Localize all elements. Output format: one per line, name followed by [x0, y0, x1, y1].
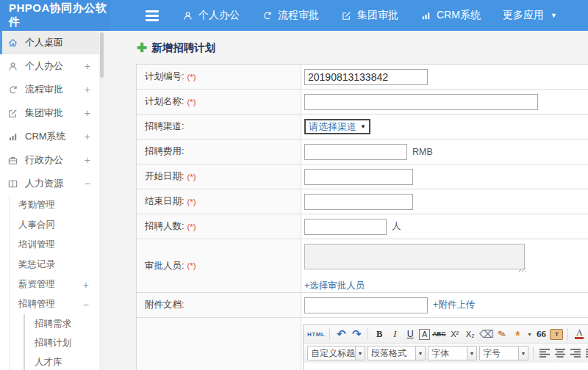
recruit-plan-form: 计划编号: (*) 计划名称: (*) 招聘渠道: 请选择渠道	[136, 64, 588, 370]
undo-icon[interactable]: ↶	[334, 327, 348, 341]
paste-icon[interactable]: T	[550, 329, 563, 340]
custom-title-dropdown[interactable]: 自定义标题 ▼	[307, 346, 365, 360]
topbar: PHPOA协同办公软件 个人办公 流程审批 集团审批 CRM系统 更多应用 ▼	[0, 0, 588, 31]
align-justify-icon[interactable]	[584, 347, 588, 360]
eraser-icon[interactable]: ⌫	[479, 327, 494, 341]
superscript-button[interactable]: X²	[448, 327, 462, 341]
format-painter-icon[interactable]: ✎	[494, 326, 510, 342]
hamburger-icon[interactable]	[146, 10, 159, 21]
sidebar-item-recruit-mgmt[interactable]: 招聘管理 −	[10, 294, 99, 314]
collapse-icon[interactable]: −	[83, 299, 89, 311]
expand-icon[interactable]: +	[85, 131, 90, 142]
blockquote-button[interactable]: 66	[534, 327, 548, 341]
underline-button[interactable]: U	[404, 327, 417, 341]
book-icon	[7, 178, 18, 189]
caret-down-icon: ▼	[551, 12, 557, 19]
editor-toolbar-row2: 自定义标题 ▼ 段落格式 ▼ 字体 ▼ 字号 ▼	[304, 344, 588, 363]
sidebar-item-training[interactable]: 培训管理	[10, 235, 99, 255]
collapse-icon[interactable]: −	[85, 178, 90, 189]
bold-button[interactable]: B	[373, 327, 386, 341]
plan-name-input[interactable]	[304, 94, 538, 110]
plan-no-input[interactable]	[304, 69, 428, 85]
sidebar-item-human-resources[interactable]: 人力资源 −	[0, 172, 99, 195]
align-center-icon[interactable]	[553, 347, 567, 360]
form-row-end-date: 结束日期: (*)	[137, 189, 588, 214]
approver-textarea[interactable]	[304, 244, 525, 269]
nav-label: 集团审批	[357, 9, 398, 22]
paragraph-format-dropdown[interactable]: 段落格式 ▼	[368, 346, 426, 360]
headcount-input[interactable]	[304, 219, 387, 235]
form-row-cost: 招聘费用: RMB	[137, 139, 588, 164]
sidebar-item-admin-office[interactable]: 行政办公 +	[0, 148, 99, 172]
attachment-upload-link[interactable]: +附件上传	[433, 299, 475, 311]
field-label: 招聘渠道:	[145, 120, 184, 133]
page-title: ✚ 新增招聘计划	[137, 41, 588, 55]
caret-down-icon: ▼	[360, 123, 366, 130]
cost-unit: RMB	[412, 147, 433, 157]
font-family-dropdown[interactable]: 字体 ▼	[428, 346, 477, 360]
process-icon	[262, 10, 273, 21]
sidebar-item-process-approval[interactable]: 流程审批 +	[0, 78, 99, 101]
field-label: 附件文档:	[145, 299, 184, 311]
sidebar-item-label: 流程审批	[25, 83, 63, 96]
cost-input[interactable]	[304, 144, 407, 160]
sidebar-scrollbar[interactable]	[99, 31, 104, 370]
caret-down-icon: ▼	[415, 347, 425, 360]
sidebar-item-recruit-plan[interactable]: 招聘计划	[25, 333, 99, 352]
redo-icon[interactable]: ↷	[350, 327, 363, 341]
sidebar-item-personal-desktop[interactable]: 个人桌面	[0, 31, 99, 54]
sidebar-item-group-approval[interactable]: 集团审批 +	[0, 101, 99, 125]
process-icon	[7, 84, 18, 95]
font-color-button[interactable]: A	[573, 327, 586, 341]
chart-icon	[420, 10, 431, 21]
sidebar-item-hr-contract[interactable]: 人事合同	[10, 215, 99, 235]
auto-format-icon[interactable]: *	[511, 327, 524, 341]
nav-crm-system[interactable]: CRM系统	[420, 9, 481, 22]
nav-process-approval[interactable]: 流程审批	[262, 9, 319, 22]
edit-icon	[341, 10, 352, 21]
expand-icon[interactable]: +	[85, 107, 90, 119]
sidebar-item-recruit-demand[interactable]: 招聘需求	[25, 314, 99, 333]
sidebar-item-rewards[interactable]: 奖惩记录	[10, 255, 99, 275]
font-size-dropdown[interactable]: 字号 ▼	[479, 346, 528, 360]
channel-select[interactable]: 请选择渠道 ▼	[304, 119, 370, 134]
sidebar-item-personal-office[interactable]: 个人办公 +	[0, 54, 99, 78]
editor-content-area[interactable]	[304, 363, 588, 370]
attachment-input[interactable]	[304, 297, 428, 313]
caret-down-icon: ▼	[355, 347, 365, 360]
align-left-icon[interactable]	[538, 347, 551, 360]
sidebar-item-attendance[interactable]: 考勤管理	[10, 195, 99, 215]
caret-down-icon: ▼	[518, 347, 528, 360]
select-approver-link[interactable]: +选择审批人员	[304, 280, 365, 292]
nav-label: 更多应用	[503, 9, 544, 22]
sidebar-item-salary[interactable]: 薪资管理 +	[10, 275, 99, 294]
sidebar-item-talent-pool[interactable]: 人才库	[25, 352, 99, 370]
italic-button[interactable]: I	[388, 327, 401, 341]
sidebar-item-crm-system[interactable]: CRM系统 +	[0, 125, 99, 148]
nav-group-approval[interactable]: 集团审批	[341, 9, 398, 22]
scrollbar-thumb[interactable]	[100, 32, 104, 78]
form-row-editor: HTML ↶ ↷ B I U A ABC X² X₂ ⌫ ✎	[137, 318, 588, 370]
end-date-input[interactable]	[304, 194, 413, 210]
expand-icon[interactable]: +	[85, 60, 90, 72]
form-row-approver: 审批人员: (*) +选择审批人员	[137, 239, 588, 293]
sidebar-item-label: 招聘计划	[35, 337, 71, 349]
strikethrough-button[interactable]: ABC	[432, 327, 445, 341]
nav-personal-office[interactable]: 个人办公	[182, 9, 240, 22]
expand-icon[interactable]: +	[85, 154, 90, 166]
form-row-channel: 招聘渠道: 请选择渠道 ▼	[137, 115, 588, 139]
field-label: 计划编号:	[145, 70, 184, 83]
expand-icon[interactable]: +	[83, 279, 89, 291]
expand-icon[interactable]: +	[85, 84, 90, 95]
html-source-button[interactable]: HTML	[307, 327, 325, 341]
start-date-input[interactable]	[304, 169, 413, 185]
subscript-button[interactable]: X₂	[464, 327, 477, 341]
font-border-button[interactable]: A	[419, 329, 430, 340]
form-row-start-date: 开始日期: (*)	[137, 164, 588, 189]
align-right-icon[interactable]	[569, 347, 582, 360]
caret-down-icon[interactable]: ▾	[526, 327, 532, 341]
sidebar-item-label: 个人办公	[25, 59, 63, 73]
nav-more-apps[interactable]: 更多应用 ▼	[503, 9, 557, 22]
sidebar-item-label: 薪资管理	[18, 278, 55, 291]
required-marker: (*)	[187, 73, 196, 81]
